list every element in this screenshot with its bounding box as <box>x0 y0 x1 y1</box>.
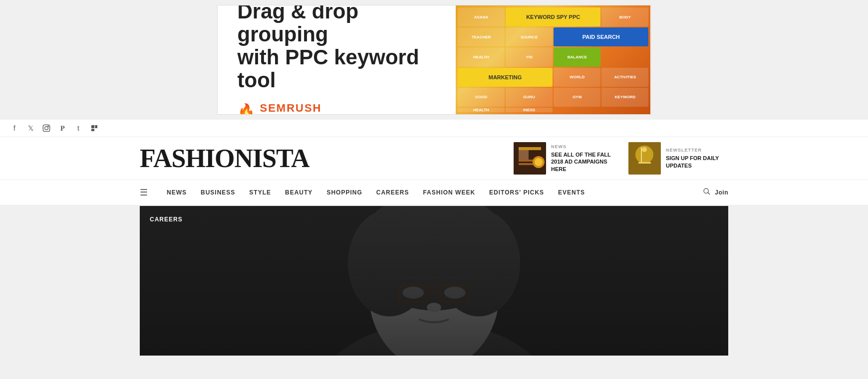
pinterest-icon[interactable]: 𝐏 <box>58 124 67 133</box>
ad-headline: Drag & drop grouping with PPC keyword to… <box>238 5 436 92</box>
flipboard-icon[interactable] <box>90 124 99 133</box>
nav-right: Join <box>703 188 728 197</box>
facebook-icon[interactable]: f <box>10 124 19 133</box>
ad-word: HEALTH <box>458 47 505 66</box>
ad-word: YIN <box>506 47 553 66</box>
hero-section: CAREERS <box>140 206 728 356</box>
svg-rect-16 <box>641 147 642 162</box>
ad-word: BODY <box>601 7 648 26</box>
svg-rect-0 <box>43 125 49 131</box>
nav-link-events[interactable]: EVENTS <box>551 181 592 204</box>
promo-news-category: NEWS <box>551 144 613 149</box>
ad-word: KEYWORD SPY PPC <box>506 7 600 26</box>
promo-newsletter[interactable]: NEWSLETTER SIGN UP FOR DAILY UPDATES <box>628 142 728 175</box>
hero-category-label: CAREERS <box>150 216 183 223</box>
site-header: FASHIONISTA NEWS SEE ALL OF THE FALL 201… <box>0 137 868 180</box>
nav-link-business[interactable]: BUSINESS <box>194 181 242 204</box>
nav-links: NEWS BUSINESS STYLE BEAUTY SHOPPING CARE… <box>160 181 703 204</box>
svg-line-19 <box>708 192 710 194</box>
nav-link-fashion-week[interactable]: FASHION WEEK <box>416 181 482 204</box>
promo-newsletter-category: NEWSLETTER <box>666 148 728 153</box>
svg-rect-3 <box>91 125 94 128</box>
ad-word: HEALTH <box>458 108 505 112</box>
ad-word: PAID SEARCH <box>554 27 648 46</box>
ad-right: ASANA KEYWORD SPY PPC BODY TEACHER SOURC… <box>456 5 651 114</box>
ad-semrush-logo: 🔥 SEMRUSH COMPETITIVE INTELLIGENCE <box>238 102 436 115</box>
ad-word: WORLD <box>554 68 600 87</box>
svg-point-18 <box>704 189 708 193</box>
ad-word: SOURCE <box>506 27 553 46</box>
svg-rect-8 <box>519 147 541 150</box>
svg-rect-15 <box>638 162 651 164</box>
ad-word: TEACHER <box>458 27 505 46</box>
main-nav: ☰ NEWS BUSINESS STYLE BEAUTY SHOPPING CA… <box>0 180 868 206</box>
ad-banner-container: Drag & drop grouping with PPC keyword to… <box>0 0 868 120</box>
ad-word: ASANA <box>458 7 505 26</box>
nav-link-beauty[interactable]: BEAUTY <box>278 181 319 204</box>
site-logo[interactable]: FASHIONISTA <box>140 144 494 173</box>
nav-link-style[interactable]: STYLE <box>242 181 278 204</box>
ad-word: MARKETING <box>458 68 553 87</box>
ad-word: KEYWORD <box>601 88 648 107</box>
promo-newsletter-title: SIGN UP FOR DAILY UPDATES <box>666 155 728 169</box>
ad-word: GURU <box>506 88 553 107</box>
semrush-brand: SEMRUSH COMPETITIVE INTELLIGENCE <box>260 102 360 115</box>
ad-word: GYM <box>554 88 600 107</box>
ad-word: GOOD <box>458 88 505 107</box>
ad-word: INESS <box>506 108 553 112</box>
svg-point-12 <box>535 158 543 166</box>
promo-newsletter-content: NEWSLETTER SIGN UP FOR DAILY UPDATES <box>666 148 728 169</box>
header-promos: NEWS SEE ALL OF THE FALL 2018 AD CAMPAIG… <box>514 142 728 175</box>
social-bar: f 𝕏 𝐏 t <box>0 120 868 137</box>
promo-news[interactable]: NEWS SEE ALL OF THE FALL 2018 AD CAMPAIG… <box>514 142 613 175</box>
ad-banner[interactable]: Drag & drop grouping with PPC keyword to… <box>217 5 651 115</box>
svg-point-2 <box>48 126 48 127</box>
search-icon[interactable] <box>703 188 711 197</box>
svg-point-17 <box>642 147 647 152</box>
promo-news-title: SEE ALL OF THE FALL 2018 AD CAMPAIGNS HE… <box>551 151 613 173</box>
promo-news-thumb <box>514 142 546 175</box>
ad-word: ACTIVITIES <box>601 68 648 87</box>
hero-overlay <box>140 206 728 356</box>
svg-rect-4 <box>91 129 94 131</box>
nav-link-shopping[interactable]: SHOPPING <box>319 181 369 204</box>
promo-newsletter-thumb <box>628 142 661 175</box>
semrush-flame-icon: 🔥 <box>238 103 255 115</box>
ad-word: BALANCE <box>554 47 600 66</box>
nav-link-editors-picks[interactable]: EDITORS' PICKS <box>482 181 551 204</box>
join-link[interactable]: Join <box>715 189 728 196</box>
svg-point-1 <box>45 127 48 130</box>
svg-rect-10 <box>519 163 534 165</box>
nav-link-careers[interactable]: CAREERS <box>369 181 416 204</box>
tumblr-icon[interactable]: t <box>74 124 83 133</box>
svg-rect-5 <box>95 125 97 128</box>
instagram-icon[interactable] <box>42 124 51 133</box>
twitter-icon[interactable]: 𝕏 <box>26 124 35 133</box>
promo-news-content: NEWS SEE ALL OF THE FALL 2018 AD CAMPAIG… <box>551 144 613 173</box>
ad-left: Drag & drop grouping with PPC keyword to… <box>218 5 456 114</box>
hamburger-icon[interactable]: ☰ <box>140 180 155 205</box>
nav-link-news[interactable]: NEWS <box>160 181 194 204</box>
